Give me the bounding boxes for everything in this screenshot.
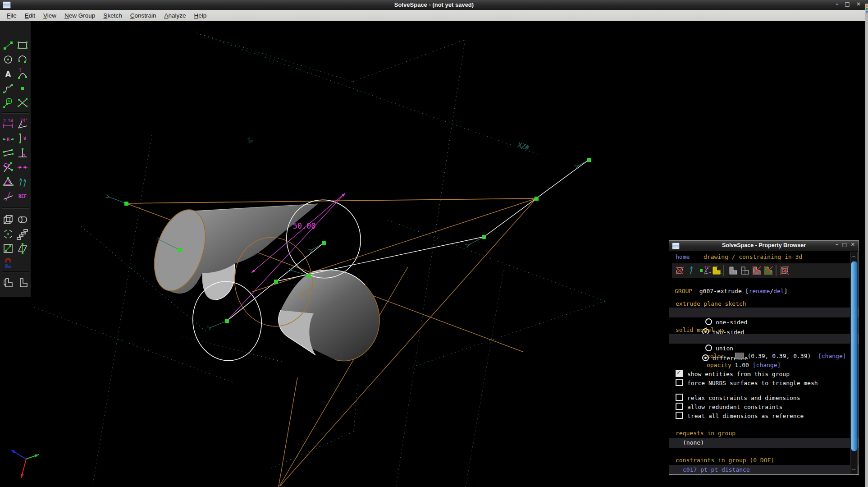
- group-name: g007-extrude: [699, 288, 742, 294]
- maximize-icon[interactable]: □: [845, 1, 850, 9]
- sketch-point: [322, 241, 326, 245]
- tool-line-segment-icon[interactable]: [2, 39, 14, 51]
- menu-help[interactable]: Help: [190, 11, 210, 20]
- tool-arc-icon[interactable]: [16, 53, 29, 66]
- constraint-distance-icon[interactable]: 2.54: [2, 118, 14, 130]
- solid-model-row: union difference: [669, 334, 859, 344]
- mode-sketch-icon[interactable]: [16, 276, 29, 289]
- constraint-parallel-icon[interactable]: [2, 147, 14, 159]
- scrollbar-thumb[interactable]: [851, 261, 858, 451]
- constraint-horizontal-icon[interactable]: H: [2, 132, 14, 145]
- tool-construction-icon[interactable]: [2, 96, 14, 109]
- requests-heading: requests in group: [676, 430, 865, 436]
- group-new-workplane-icon[interactable]: [16, 242, 29, 255]
- tool-point-icon[interactable]: [16, 82, 29, 95]
- group-step-rotate-icon[interactable]: [2, 228, 14, 240]
- group-extrude-icon[interactable]: [2, 213, 14, 226]
- rename-link[interactable]: rename: [749, 288, 770, 294]
- scroll-up-icon[interactable]: ︿: [851, 253, 856, 259]
- menu-bar: File Edit View New Group Sketch Constrai…: [0, 10, 868, 21]
- tool-palette: A T 2.54 74° H V: [0, 21, 31, 297]
- dimension-label[interactable]: 50.00: [292, 221, 315, 230]
- toolbar-divider: [2, 112, 29, 114]
- svg-text:T: T: [19, 68, 22, 73]
- sketch-point: [225, 319, 229, 323]
- requests-none-row: (none): [669, 438, 859, 448]
- opacity-change-link[interactable]: [change]: [753, 362, 781, 368]
- nav-context-label: drawing / constraining in 3d: [704, 253, 802, 260]
- menu-view[interactable]: View: [39, 11, 60, 20]
- constraint-item-row[interactable]: c017-pt-pt-distance: [669, 465, 859, 474]
- pb-maximize-icon[interactable]: □: [842, 242, 846, 250]
- property-browser-window[interactable]: SolveSpace - Property Browser – □ ✕ home…: [669, 240, 859, 475]
- opacity-value: 1.00: [735, 362, 749, 368]
- hide-mesh-icon[interactable]: [763, 265, 774, 276]
- title-bar[interactable]: SolveSpace - (not yet saved) – □ ✕: [0, 0, 868, 10]
- solid-right-cylinder[interactable]: [279, 270, 379, 361]
- menu-analyze[interactable]: Analyze: [160, 11, 190, 20]
- tool-bezier-icon[interactable]: [2, 82, 14, 95]
- radio-one-sided[interactable]: one-sided: [705, 319, 747, 326]
- hide-workplanes-icon[interactable]: [674, 265, 685, 276]
- hide-outlines-icon[interactable]: [751, 265, 762, 276]
- tool-text-icon[interactable]: A: [2, 68, 14, 80]
- toolbar-divider: [2, 271, 29, 272]
- sketch-line: [279, 377, 297, 487]
- tool-rectangle-icon[interactable]: [16, 39, 29, 51]
- minimize-icon[interactable]: –: [836, 1, 839, 9]
- group-header: GROUP g007-extrude [rename/del]: [675, 288, 864, 294]
- menu-file[interactable]: File: [3, 11, 21, 20]
- svg-text:H: H: [7, 137, 9, 142]
- constraint-angle-icon[interactable]: 74°: [16, 118, 29, 130]
- show-normals-icon[interactable]: [686, 265, 697, 276]
- nav-home-link[interactable]: home: [676, 253, 690, 260]
- delete-link[interactable]: del: [773, 288, 784, 294]
- tool-split-curves-icon[interactable]: [16, 96, 29, 109]
- constraint-equal-icon[interactable]: [2, 175, 14, 188]
- checkbox-allow-redundant[interactable]: allow redundant constraints: [676, 403, 865, 410]
- constraint-perpendicular-icon[interactable]: [16, 147, 29, 159]
- background-window-edge: [865, 4, 868, 487]
- group-sketch-in-3d-icon[interactable]: [2, 242, 14, 255]
- pb-close-icon[interactable]: ✕: [851, 242, 855, 250]
- tool-circle-icon[interactable]: [2, 53, 14, 66]
- checkbox-force-nurbs[interactable]: force NURBS surfaces to triangle mesh: [676, 379, 865, 386]
- property-scrollbar[interactable]: ︿ ﹀: [850, 252, 858, 474]
- workplane-label-2[interactable]: x#: [245, 135, 254, 145]
- hide-construction-icon[interactable]: [779, 265, 790, 276]
- constraint-reference-icon[interactable]: REF: [16, 190, 29, 202]
- sketch-point: [535, 197, 539, 201]
- constraint-symmetric-icon[interactable]: [16, 161, 29, 174]
- constraint-on-entity-icon[interactable]: [2, 161, 14, 174]
- property-browser-titlebar[interactable]: SolveSpace - Property Browser – □ ✕: [669, 241, 859, 251]
- constraints-heading: constraints in group (0 DOF): [676, 457, 865, 464]
- group-link-import-icon[interactable]: [2, 257, 14, 269]
- checkbox-relax-constraints[interactable]: relax constraints and dimensions: [676, 394, 865, 401]
- sketch-point: [178, 248, 182, 252]
- mode-solid-model-icon[interactable]: [2, 276, 14, 289]
- window-title: SolveSpace - (not yet saved): [0, 1, 868, 8]
- sketch-point: [482, 235, 486, 239]
- menu-sketch[interactable]: Sketch: [99, 11, 126, 20]
- menu-constrain[interactable]: Constrain: [126, 11, 160, 20]
- group-lathe-icon[interactable]: [16, 213, 29, 226]
- constraint-other-angle-icon[interactable]: [2, 190, 14, 202]
- workplane-label-xz[interactable]: XZ#: [517, 141, 530, 152]
- pb-minimize-icon[interactable]: –: [836, 242, 838, 250]
- checkbox-dimensions-reference[interactable]: treat all dimensions as reference: [676, 412, 865, 419]
- menu-new-group[interactable]: New Group: [60, 11, 99, 20]
- constraint-parallel-normals-icon[interactable]: [16, 175, 29, 188]
- checkbox-show-entities[interactable]: show entities from this group: [676, 370, 865, 377]
- svg-text:A: A: [5, 70, 11, 78]
- sketch-point: [124, 202, 128, 206]
- menu-edit[interactable]: Edit: [21, 11, 39, 20]
- close-icon[interactable]: ✕: [856, 1, 861, 9]
- constraint-vertical-icon[interactable]: V: [16, 132, 29, 145]
- show-shaded-icon[interactable]: [728, 265, 739, 276]
- scroll-down-icon[interactable]: ﹀: [851, 467, 856, 473]
- tool-tangent-arc-icon[interactable]: T: [16, 68, 29, 80]
- group-step-translate-icon[interactable]: [16, 228, 29, 240]
- svg-text:2.54: 2.54: [3, 119, 13, 123]
- show-edges-icon[interactable]: [740, 265, 750, 276]
- show-shaded-active-icon[interactable]: [711, 265, 722, 276]
